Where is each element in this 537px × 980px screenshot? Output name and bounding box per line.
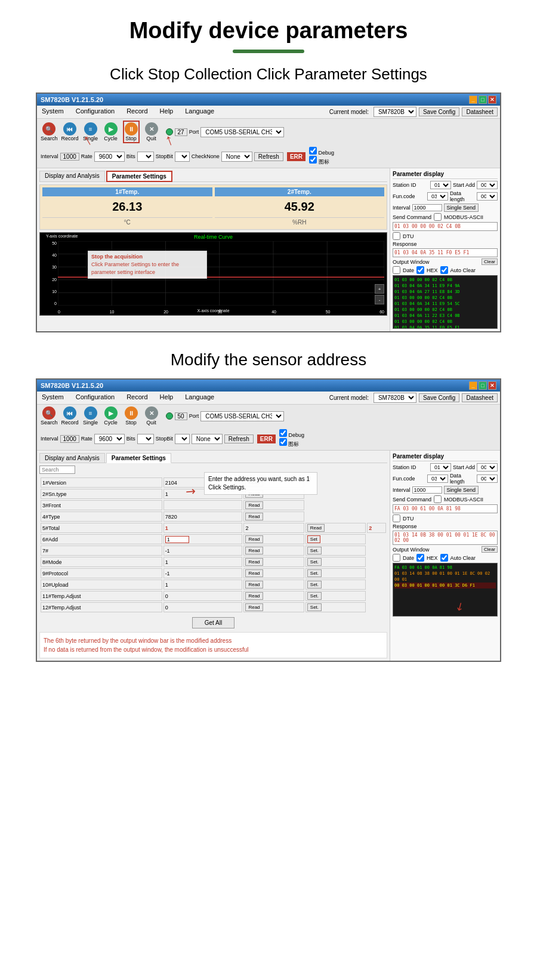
date-check2[interactable] [393, 554, 400, 562]
read-btn-7[interactable]: Read [245, 547, 263, 554]
clear-btn2[interactable]: Clear [482, 546, 498, 553]
read-btn-9[interactable]: Read [245, 569, 263, 577]
dtu-checkbox2[interactable] [393, 514, 400, 522]
param-input-6[interactable] [165, 536, 189, 543]
set-btn-9[interactable]: Set. [307, 569, 322, 577]
read-btn-8[interactable]: Read [245, 558, 263, 566]
save-config-btn2[interactable]: Save Config [419, 393, 459, 402]
datasheet-btn1[interactable]: Datasheet [462, 107, 498, 116]
get-all-btn[interactable]: Get All [192, 617, 234, 628]
tab-display2[interactable]: Display and Analysis [39, 453, 105, 463]
menu-record2[interactable]: Record [124, 393, 150, 403]
menu-config2[interactable]: Configuration [73, 393, 117, 403]
read-btn-6[interactable]: Read [245, 535, 263, 543]
quit-btn2[interactable]: ✕ Quit [143, 406, 160, 426]
set-btn-10[interactable]: Set. [307, 581, 322, 588]
dtu-checkbox1[interactable] [393, 232, 400, 240]
read-btn-12[interactable]: Read [245, 603, 263, 611]
close-btn2[interactable]: ✕ [488, 381, 496, 390]
maximize-btn2[interactable]: □ [479, 381, 487, 390]
station-id-select2[interactable]: 01 [430, 463, 451, 471]
record-icon2: ⏮ [63, 406, 76, 420]
interval-input1[interactable] [412, 204, 442, 211]
stop-btn2[interactable]: ⏸ Stop [123, 406, 140, 426]
stopbit-select2[interactable]: 1 [175, 434, 190, 444]
search-btn2[interactable]: 🔍 Search [41, 406, 58, 426]
data-length-select2[interactable]: 000A [477, 474, 498, 483]
modbus-ascii-check1[interactable] [434, 213, 442, 221]
hex-check2[interactable] [416, 554, 424, 562]
debug-checkbox1[interactable] [309, 147, 317, 155]
auto-clear-check2[interactable] [440, 554, 448, 562]
data-length-select1[interactable]: 0002 [477, 192, 498, 201]
menu-system[interactable]: System [39, 107, 66, 117]
tab-param2[interactable]: Parameter Settings [106, 453, 171, 463]
hex-check1[interactable] [416, 266, 424, 274]
bits-select2[interactable]: 8 [137, 434, 154, 444]
date-check1[interactable] [393, 266, 400, 274]
menu-record[interactable]: Record [124, 107, 150, 117]
rate-select2[interactable]: 9600 [94, 434, 125, 444]
maximize-btn[interactable]: □ [479, 95, 487, 104]
clear-btn1[interactable]: Clear [482, 258, 498, 265]
model-select2[interactable]: SM7820B [374, 393, 416, 403]
single-btn2[interactable]: ≡ Single [82, 406, 99, 426]
cycle-btn2[interactable]: ▶ Cycle [103, 406, 119, 426]
refresh-btn2[interactable]: Refresh [224, 434, 254, 443]
port-select1[interactable]: COM5 USB-SERIAL CH340 [200, 127, 284, 137]
set-btn-11[interactable]: Set. [307, 592, 322, 600]
save-config-btn1[interactable]: Save Config [419, 107, 459, 116]
set-btn-8[interactable]: Set. [307, 558, 322, 566]
img-checkbox1[interactable] [309, 156, 317, 164]
station-id-select1[interactable]: 01 [430, 181, 451, 189]
read-btn-10[interactable]: Read [245, 581, 263, 588]
record-btn2[interactable]: ⏮ Record [61, 406, 79, 426]
set-btn-7[interactable]: Set. [307, 547, 322, 554]
check-select2[interactable]: None [192, 434, 223, 444]
menu-language[interactable]: Language [183, 107, 217, 117]
read-btn-5[interactable]: Read [307, 524, 325, 532]
read-btn-3[interactable]: Read [245, 501, 263, 509]
tab-display1[interactable]: Display and Analysis [39, 171, 105, 181]
check-select1[interactable]: None [221, 152, 252, 162]
stop-btn1[interactable]: ⏸ Stop [123, 121, 140, 143]
menu-help[interactable]: Help [158, 107, 176, 117]
read-btn-4[interactable]: Read [245, 513, 263, 520]
start-add-select2[interactable]: 0061 [477, 463, 498, 471]
rate-select1[interactable]: 9600 [94, 152, 125, 162]
menu-system2[interactable]: System [39, 393, 66, 403]
read-btn-11[interactable]: Read [245, 592, 263, 600]
start-add-select1[interactable]: 0000 [477, 181, 498, 189]
modbus-ascii-check2[interactable] [434, 495, 442, 503]
set-btn-6[interactable]: Set [307, 535, 320, 543]
menu-config[interactable]: Configuration [73, 107, 117, 117]
single-send-btn2[interactable]: Single Send [444, 486, 479, 494]
zoom-in-btn[interactable]: + [375, 284, 384, 294]
menu-help2[interactable]: Help [158, 393, 176, 403]
model-select1[interactable]: SM7820B [374, 107, 416, 117]
minimize-btn2[interactable]: _ [469, 381, 477, 390]
cycle-btn1[interactable]: ▶ Cycle [103, 122, 119, 141]
zoom-out-btn[interactable]: - [375, 295, 384, 304]
menu-language2[interactable]: Language [183, 393, 217, 403]
fun-code-select1[interactable]: 03 [427, 192, 448, 201]
single-send-btn1[interactable]: Single Send [444, 204, 479, 212]
record-btn1[interactable]: ⏮ Record [61, 122, 79, 141]
bits-select1[interactable]: 8 [137, 152, 154, 162]
close-btn[interactable]: ✕ [488, 95, 496, 104]
port-select2[interactable]: COM5 USB-SERIAL CH340 [200, 411, 284, 421]
fun-code-select2[interactable]: 03 [427, 474, 448, 483]
quit-btn1[interactable]: ✕ Quit [143, 122, 160, 141]
tab-param1[interactable]: Parameter Settings [106, 171, 172, 182]
search-input2[interactable] [39, 466, 75, 474]
auto-clear-check1[interactable] [440, 266, 448, 274]
search-btn1[interactable]: 🔍 Search [41, 122, 58, 141]
interval-input2[interactable] [412, 486, 442, 494]
img-checkbox2[interactable] [279, 438, 287, 446]
minimize-btn[interactable]: _ [469, 95, 477, 104]
set-btn-12[interactable]: Set. [307, 603, 322, 611]
datasheet-btn2[interactable]: Datasheet [462, 393, 498, 402]
stopbit-select1[interactable]: 1 [175, 152, 190, 162]
debug-checkbox2[interactable] [279, 429, 287, 437]
refresh-btn1[interactable]: Refresh [254, 152, 283, 161]
